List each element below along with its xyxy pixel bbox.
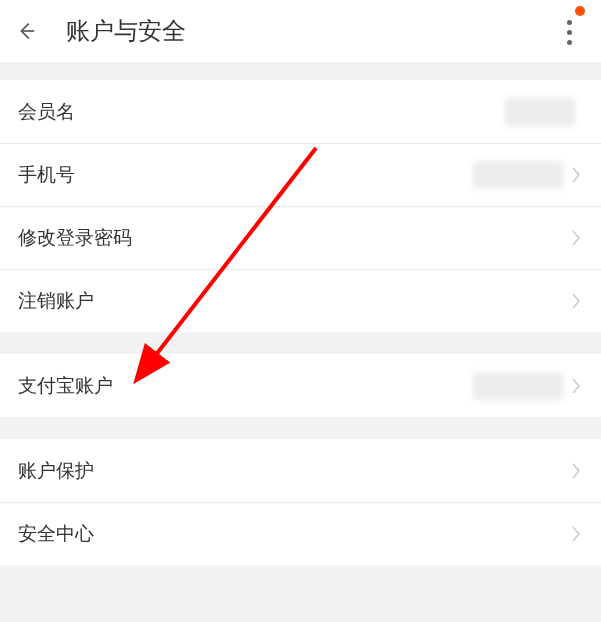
divider [0, 417, 601, 439]
row-security-center[interactable]: 安全中心 [0, 502, 601, 565]
row-label: 账户保护 [18, 458, 94, 484]
row-member-name[interactable]: 会员名 [0, 80, 601, 143]
chevron-right-icon [571, 165, 583, 185]
page-title: 账户与安全 [66, 15, 186, 47]
row-deactivate-account[interactable]: 注销账户 [0, 269, 601, 332]
chevron-right-icon [571, 376, 583, 396]
divider [0, 62, 601, 80]
settings-group-account: 会员名 手机号 修改登录密码 注销账户 [0, 80, 601, 332]
row-change-password[interactable]: 修改登录密码 [0, 206, 601, 269]
row-label: 注销账户 [18, 288, 94, 314]
row-alipay-account[interactable]: 支付宝账户 [0, 354, 601, 417]
header-bar: 账户与安全 [0, 0, 601, 62]
settings-group-alipay: 支付宝账户 [0, 354, 601, 417]
row-account-protection[interactable]: 账户保护 [0, 439, 601, 502]
chevron-right-icon [571, 291, 583, 311]
chevron-right-icon [571, 228, 583, 248]
masked-value [473, 161, 563, 189]
masked-value [473, 372, 563, 400]
more-menu-icon[interactable] [559, 14, 579, 50]
back-icon[interactable] [14, 19, 38, 43]
row-label: 会员名 [18, 99, 75, 125]
row-label: 安全中心 [18, 521, 94, 547]
row-label: 支付宝账户 [18, 373, 113, 399]
chevron-right-icon [571, 461, 583, 481]
divider [0, 332, 601, 354]
settings-group-security: 账户保护 安全中心 [0, 439, 601, 565]
row-label: 修改登录密码 [18, 225, 132, 251]
chevron-right-icon [571, 524, 583, 544]
masked-value [505, 98, 575, 126]
row-phone[interactable]: 手机号 [0, 143, 601, 206]
row-label: 手机号 [18, 162, 75, 188]
